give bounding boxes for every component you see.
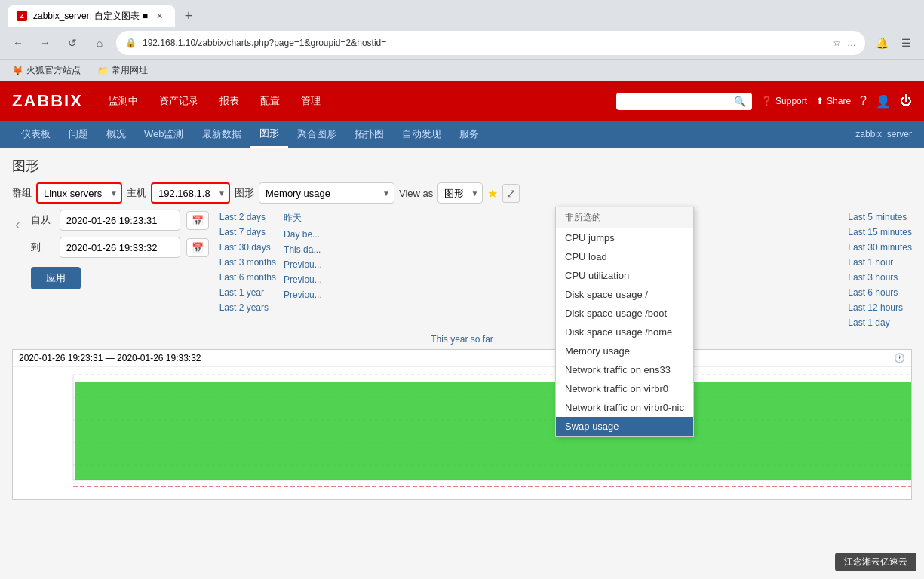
nav-reports[interactable]: 报表: [209, 82, 250, 120]
new-tab-button[interactable]: +: [178, 5, 199, 26]
group-label: 群组: [12, 186, 32, 200]
subnav-aggregate[interactable]: 聚合图形: [288, 121, 345, 147]
help-button[interactable]: ?: [860, 94, 867, 108]
chart-svg: [13, 367, 911, 495]
expand-button[interactable]: ⤢: [502, 184, 520, 203]
forward-button[interactable]: →: [35, 32, 56, 54]
nav-monitoring[interactable]: 监测中: [98, 82, 149, 120]
tab-bar: Z zabbix_server: 自定义图表 ■ ✕ +: [0, 0, 924, 27]
url-bar[interactable]: 🔒 192.168.1.10/zabbix/charts.php?page=1&…: [116, 31, 865, 55]
favorite-button[interactable]: ★: [487, 186, 498, 201]
period-day-before[interactable]: Day be...: [284, 227, 322, 242]
home-button[interactable]: ⌂: [89, 32, 110, 54]
subnav-overview[interactable]: 概况: [97, 121, 135, 147]
period-1-hour[interactable]: Last 1 hour: [848, 255, 912, 270]
bookmark-icon[interactable]: ☆: [833, 38, 841, 48]
nav-config[interactable]: 配置: [250, 82, 290, 120]
dropdown-item-cpu-load[interactable]: CPU load: [556, 247, 693, 266]
menu-button[interactable]: ☰: [895, 32, 916, 54]
bookmark-icon: 🦊: [12, 66, 23, 76]
dropdown-item-swap[interactable]: Swap usage: [556, 417, 693, 436]
group-select[interactable]: Linux servers: [36, 182, 122, 204]
support-button[interactable]: ❓ Support: [761, 96, 807, 106]
more-icon[interactable]: …: [847, 38, 856, 48]
dropdown-item-net-virbr0[interactable]: Network traffic on virbr0: [556, 379, 693, 398]
reload-button[interactable]: ↺: [62, 32, 83, 54]
period-last-1-year[interactable]: Last 1 year: [219, 285, 276, 300]
period-last-3-months[interactable]: Last 3 months: [219, 255, 276, 270]
apply-button[interactable]: 应用: [31, 267, 81, 290]
dropdown-item-memory[interactable]: Memory usage: [556, 342, 693, 360]
search-input[interactable]: [622, 96, 729, 106]
period-last-2-years[interactable]: Last 2 years: [219, 300, 276, 315]
dropdown-item-net-virbr0-nic[interactable]: Network traffic on virbr0-nic: [556, 398, 693, 417]
from-calendar-button[interactable]: 📅: [186, 211, 209, 230]
search-box[interactable]: 🔍: [616, 93, 752, 110]
from-label: 自从: [31, 213, 54, 227]
bookmark-firefox[interactable]: 🦊 火狐官方站点: [8, 63, 85, 78]
period-1-day[interactable]: Last 1 day: [848, 315, 912, 330]
subnav-graphs[interactable]: 图形: [250, 121, 288, 148]
period-5-min[interactable]: Last 5 minutes: [848, 210, 912, 225]
subnav-topology[interactable]: 拓扑图: [345, 121, 393, 147]
period-links-left: Last 2 days Last 7 days Last 30 days Las…: [219, 210, 276, 315]
period-last-2-days[interactable]: Last 2 days: [219, 210, 276, 225]
host-label: 主机: [127, 186, 146, 200]
graph-select[interactable]: Memory usage: [259, 182, 394, 204]
period-prev-week[interactable]: Previou...: [284, 257, 322, 272]
period-last-6-months[interactable]: Last 6 months: [219, 270, 276, 285]
period-30-min[interactable]: Last 30 minutes: [848, 240, 912, 255]
subnav-discovery[interactable]: 自动发现: [393, 121, 450, 147]
graph-label: 图形: [235, 186, 254, 200]
nav-asset[interactable]: 资产记录: [149, 82, 209, 120]
nav-admin[interactable]: 管理: [290, 82, 331, 120]
power-button[interactable]: ⏻: [900, 94, 912, 108]
zabbix-header: ZABBIX 监测中 资产记录 报表 配置 管理 🔍 ❓ Support ⬆ S…: [0, 81, 924, 121]
period-yesterday[interactable]: 昨天: [284, 210, 322, 227]
period-prev-month[interactable]: Previou...: [284, 272, 322, 287]
period-6-hours[interactable]: Last 6 hours: [848, 285, 912, 300]
to-calendar-button[interactable]: 📅: [186, 238, 209, 257]
share-button[interactable]: ⬆ Share: [816, 96, 851, 106]
subnav-latest[interactable]: 最新数据: [193, 121, 250, 147]
period-this-day[interactable]: This da...: [284, 242, 322, 257]
bookmark-common[interactable]: 📁 常用网址: [93, 63, 152, 78]
dropdown-item-disk-root[interactable]: Disk space usage /: [556, 285, 693, 304]
subnav-services[interactable]: 服务: [450, 121, 488, 147]
bookmarks-bar: 🦊 火狐官方站点 📁 常用网址: [0, 59, 924, 81]
nav-prev-button[interactable]: ‹: [12, 216, 23, 233]
date-to-row: 到 📅: [31, 237, 212, 258]
host-select[interactable]: 192.168.1.8: [151, 182, 230, 204]
active-tab[interactable]: Z zabbix_server: 自定义图表 ■ ✕: [8, 5, 175, 27]
subnav-problems[interactable]: 问题: [60, 121, 97, 147]
date-from-row: 自从 📅: [31, 210, 212, 231]
to-date-input[interactable]: [60, 237, 180, 258]
period-last-30-days[interactable]: Last 30 days: [219, 240, 276, 255]
chart-time-range: 2020-01-26 19:23:31 — 2020-01-26 19:33:3…: [19, 353, 201, 363]
user-button[interactable]: 👤: [876, 94, 891, 109]
filter-row: 群组 Linux servers ▼ 主机 192.168.1.8 ▼ 图形: [12, 182, 912, 204]
search-icon[interactable]: 🔍: [734, 96, 746, 107]
dropdown-item-disk-home[interactable]: Disk space usage /home: [556, 323, 693, 342]
period-links-middle: 昨天 Day be... This da... Previou... Previ…: [284, 210, 322, 302]
subnav-dashboard[interactable]: 仪表板: [12, 121, 60, 147]
tab-close-button[interactable]: ✕: [154, 10, 166, 22]
subnav-web[interactable]: Web监测: [135, 121, 193, 147]
dropdown-item-net-ens33[interactable]: Network traffic on ens33: [556, 360, 693, 379]
period-12-hours[interactable]: Last 12 hours: [848, 300, 912, 315]
watermark-text: 江念湘云亿速云: [844, 556, 907, 568]
dropdown-item-cpu-util[interactable]: CPU utilization: [556, 266, 693, 285]
period-prev-year[interactable]: Previou...: [284, 287, 322, 302]
back-button[interactable]: ←: [8, 32, 29, 54]
view-as-select[interactable]: 图形: [437, 182, 483, 204]
dropdown-separator: 非所选的: [556, 207, 693, 228]
dropdown-item-disk-boot[interactable]: Disk space usage /boot: [556, 304, 693, 323]
notification-button[interactable]: 🔔: [871, 32, 892, 54]
graph-dropdown-menu[interactable]: 非所选的 CPU jumps CPU load CPU utilization …: [555, 207, 694, 437]
period-3-hours[interactable]: Last 3 hours: [848, 270, 912, 285]
period-15-min[interactable]: Last 15 minutes: [848, 225, 912, 240]
period-this-year[interactable]: This year so far: [431, 332, 493, 347]
dropdown-item-cpu-jumps[interactable]: CPU jumps: [556, 228, 693, 247]
period-last-7-days[interactable]: Last 7 days: [219, 225, 276, 240]
from-date-input[interactable]: [60, 210, 180, 231]
